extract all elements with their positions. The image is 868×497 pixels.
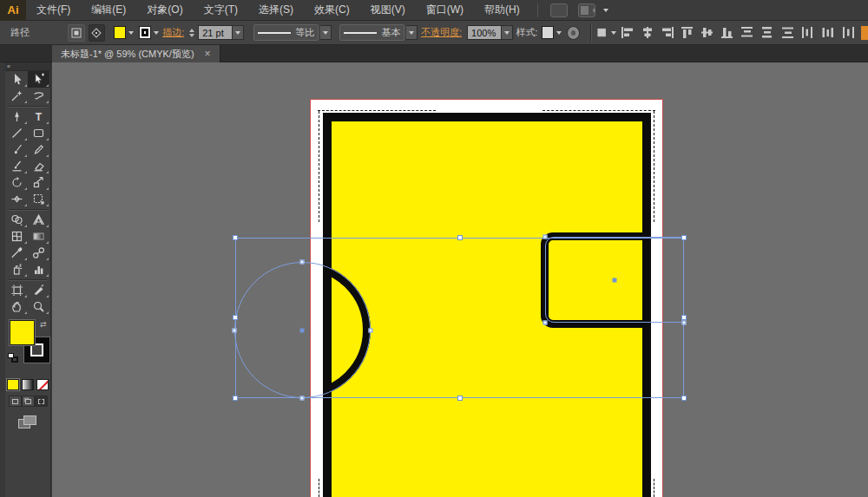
- width-tool[interactable]: [6, 191, 28, 207]
- canvas-pasteboard[interactable]: [52, 62, 868, 497]
- screen-mode-icon[interactable]: [18, 415, 37, 429]
- handle-right-mid[interactable]: [681, 315, 687, 320]
- handle-top-right[interactable]: [681, 235, 687, 240]
- distribute-left-icon[interactable]: [799, 24, 817, 42]
- artboard-tool[interactable]: [6, 282, 28, 298]
- blob-brush-tool[interactable]: [6, 158, 28, 174]
- opacity-input[interactable]: 100%: [467, 25, 502, 40]
- align-vmiddle-icon[interactable]: [699, 24, 717, 42]
- width-profile-select[interactable]: 等比: [253, 24, 319, 41]
- color-mode-button[interactable]: [7, 379, 19, 390]
- draw-normal-button[interactable]: [9, 396, 22, 407]
- draw-behind-button[interactable]: [22, 396, 35, 407]
- anchor-circle-bottom[interactable]: [300, 396, 305, 401]
- free-transform-tool[interactable]: [28, 191, 49, 207]
- color-wheel-icon[interactable]: [567, 26, 580, 40]
- direct-selection-tool[interactable]: [28, 71, 49, 88]
- anchor-circle-top[interactable]: [300, 260, 305, 265]
- handle-bottom-right[interactable]: [681, 396, 687, 401]
- paintbrush-tool[interactable]: [6, 141, 28, 158]
- stroke-caret-icon[interactable]: [154, 31, 159, 37]
- handle-bottom-left[interactable]: [233, 396, 238, 401]
- stroke-weight-input[interactable]: 21 pt: [198, 25, 233, 40]
- rectangle-tool[interactable]: [28, 125, 49, 141]
- bounding-box-icon[interactable]: [68, 24, 84, 42]
- menu-help[interactable]: 帮助(H): [474, 0, 530, 21]
- slice-tool[interactable]: [28, 282, 49, 298]
- distribute-vcenter-icon[interactable]: [759, 24, 777, 42]
- brush-definition-select[interactable]: 基本: [339, 24, 404, 41]
- zoom-tool[interactable]: [28, 298, 49, 315]
- magic-wand-tool[interactable]: [6, 88, 28, 104]
- selection-tool[interactable]: [6, 71, 28, 88]
- profile-caret[interactable]: [320, 25, 332, 40]
- rotate-tool[interactable]: [6, 174, 28, 191]
- fill-color-swatch[interactable]: [114, 26, 126, 39]
- distribute-top-icon[interactable]: [739, 24, 757, 42]
- column-graph-tool[interactable]: [28, 261, 49, 278]
- menu-file[interactable]: 文件(F): [26, 0, 81, 21]
- anchor-rect-bottom-right[interactable]: [682, 321, 687, 325]
- align-options-icon[interactable]: [597, 24, 616, 42]
- bridge-icon[interactable]: [550, 3, 568, 17]
- eyedropper-tool[interactable]: [6, 245, 28, 261]
- type-tool[interactable]: T: [28, 108, 49, 125]
- pen-tool[interactable]: [6, 108, 28, 125]
- anchor-circle-right[interactable]: [369, 329, 373, 333]
- distribute-hcenter-icon[interactable]: [819, 24, 837, 42]
- workspace-switcher-icon[interactable]: [578, 3, 595, 17]
- lasso-tool[interactable]: [28, 88, 49, 104]
- menu-window[interactable]: 窗口(W): [416, 0, 474, 21]
- handle-bottom-mid[interactable]: [457, 396, 463, 401]
- panel-collapse-button[interactable]: «: [5, 62, 50, 71]
- menu-edit[interactable]: 编辑(E): [81, 0, 136, 21]
- align-right-icon[interactable]: [659, 24, 677, 42]
- gradient-mode-button[interactable]: [22, 379, 34, 390]
- menu-object[interactable]: 对象(O): [136, 0, 193, 21]
- style-swatch[interactable]: [542, 26, 554, 39]
- opacity-panel-link[interactable]: 不透明度:: [421, 26, 462, 39]
- fill-swatch-indicator[interactable]: [10, 320, 35, 345]
- menu-view[interactable]: 视图(V): [360, 0, 416, 21]
- gradient-tool[interactable]: [28, 228, 49, 245]
- style-caret-icon[interactable]: [556, 31, 562, 37]
- none-mode-button[interactable]: [36, 379, 49, 390]
- stroke-weight-stepper[interactable]: [189, 26, 194, 40]
- line-tool[interactable]: [6, 125, 28, 141]
- brush-caret[interactable]: [406, 25, 418, 40]
- handle-top-left[interactable]: [233, 235, 238, 240]
- swap-fill-stroke-icon[interactable]: ⇄: [40, 320, 47, 329]
- handle-left-mid[interactable]: [233, 315, 238, 320]
- align-hcenter-icon[interactable]: [638, 24, 656, 42]
- close-icon[interactable]: ×: [205, 48, 211, 60]
- opacity-caret[interactable]: [502, 25, 513, 40]
- symbol-sprayer-tool[interactable]: [6, 261, 28, 278]
- menu-effect[interactable]: 效果(C): [304, 0, 360, 21]
- document-tab[interactable]: 未标题-1* @ 59% (CMYK/预览) ×: [52, 45, 220, 62]
- scale-tool[interactable]: [28, 174, 49, 191]
- pencil-tool[interactable]: [28, 141, 49, 158]
- fill-caret-icon[interactable]: [128, 31, 134, 37]
- anchor-rect-top-left[interactable]: [543, 235, 548, 239]
- perspective-grid-tool[interactable]: [28, 212, 49, 228]
- mesh-tool[interactable]: [6, 228, 28, 245]
- anchor-diamond-icon[interactable]: [89, 24, 105, 42]
- shape-builder-tool[interactable]: [6, 212, 28, 228]
- anchor-rect-bottom-left[interactable]: [543, 321, 548, 325]
- stroke-weight-caret[interactable]: [233, 25, 244, 40]
- stroke-color-swatch[interactable]: [139, 26, 151, 39]
- stroke-panel-link[interactable]: 描边:: [162, 26, 184, 39]
- anchor-circle-left[interactable]: [233, 329, 237, 333]
- default-fill-stroke-icon[interactable]: [8, 353, 18, 363]
- align-left-icon[interactable]: [618, 24, 636, 42]
- menu-type[interactable]: 文字(T): [194, 0, 248, 21]
- hand-tool[interactable]: [6, 298, 28, 315]
- handle-top-mid[interactable]: [457, 235, 463, 240]
- draw-inside-button[interactable]: [35, 396, 48, 407]
- distribute-bottom-icon[interactable]: [779, 24, 797, 42]
- blend-tool[interactable]: [28, 245, 49, 261]
- menu-select[interactable]: 选择(S): [248, 0, 304, 21]
- align-bottom-icon[interactable]: [719, 24, 737, 42]
- eraser-tool[interactable]: [28, 158, 49, 174]
- distribute-right-icon[interactable]: [838, 24, 857, 42]
